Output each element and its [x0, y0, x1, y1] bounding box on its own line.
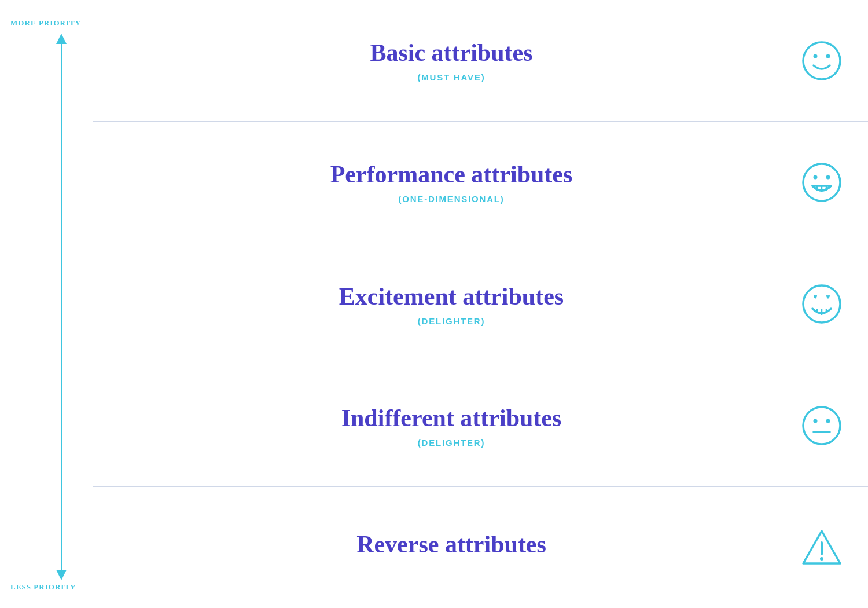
performance-attributes-row: Performance attributes (ONE-DIMENSIONAL)	[93, 122, 868, 243]
reverse-attributes-title: Reverse attributes	[110, 530, 793, 558]
reverse-attributes-icon	[793, 526, 851, 568]
indifferent-attributes-title: Indifferent attributes	[110, 404, 793, 432]
reverse-attributes-row: Reverse attributes	[93, 487, 868, 608]
performance-attributes-title: Performance attributes	[110, 160, 793, 188]
svg-point-4	[814, 175, 818, 179]
svg-point-3	[803, 164, 840, 201]
excitement-attributes-row: Excitement attributes (DELIGHTER)	[93, 243, 868, 365]
performance-attributes-text: Performance attributes (ONE-DIMENSIONAL)	[110, 149, 793, 215]
reverse-attributes-text: Reverse attributes	[110, 519, 793, 576]
performance-attributes-subtitle: (ONE-DIMENSIONAL)	[110, 194, 793, 204]
basic-attributes-icon	[793, 40, 851, 82]
indifferent-attributes-row: Indifferent attributes (DELIGHTER)	[93, 365, 868, 487]
svg-point-18	[820, 557, 823, 561]
main-container: MORE PRIORITY LESS PRIORITY Basic attrib…	[0, 0, 868, 608]
excitement-attributes-text: Excitement attributes (DELIGHTER)	[110, 271, 793, 338]
indifferent-attributes-subtitle: (DELIGHTER)	[110, 438, 793, 448]
basic-attributes-title: Basic attributes	[110, 39, 793, 67]
excitement-attributes-subtitle: (DELIGHTER)	[110, 316, 793, 326]
arrow-down-icon	[56, 570, 67, 580]
excitement-attributes-title: Excitement attributes	[110, 283, 793, 310]
basic-attributes-text: Basic attributes (MUST HAVE)	[110, 27, 793, 94]
svg-point-9	[803, 285, 840, 323]
svg-point-1	[814, 54, 818, 58]
svg-point-0	[803, 42, 840, 79]
svg-point-15	[826, 419, 830, 423]
less-priority-label: LESS PRIORITY	[10, 583, 76, 592]
basic-attributes-row: Basic attributes (MUST HAVE)	[93, 0, 868, 122]
indifferent-attributes-text: Indifferent attributes (DELIGHTER)	[110, 393, 793, 459]
svg-point-14	[814, 419, 818, 423]
performance-attributes-icon	[793, 162, 851, 203]
axis-line	[61, 38, 62, 570]
indifferent-attributes-icon	[793, 405, 851, 446]
svg-point-5	[826, 175, 830, 179]
svg-point-2	[826, 54, 830, 58]
more-priority-label: MORE PRIORITY	[10, 19, 81, 28]
arrow-up-icon	[56, 34, 67, 44]
svg-point-13	[803, 407, 840, 444]
axis-column: MORE PRIORITY LESS PRIORITY	[0, 0, 93, 608]
basic-attributes-subtitle: (MUST HAVE)	[110, 72, 793, 82]
excitement-attributes-icon	[793, 283, 851, 325]
rows-container: Basic attributes (MUST HAVE) Performance…	[93, 0, 868, 608]
